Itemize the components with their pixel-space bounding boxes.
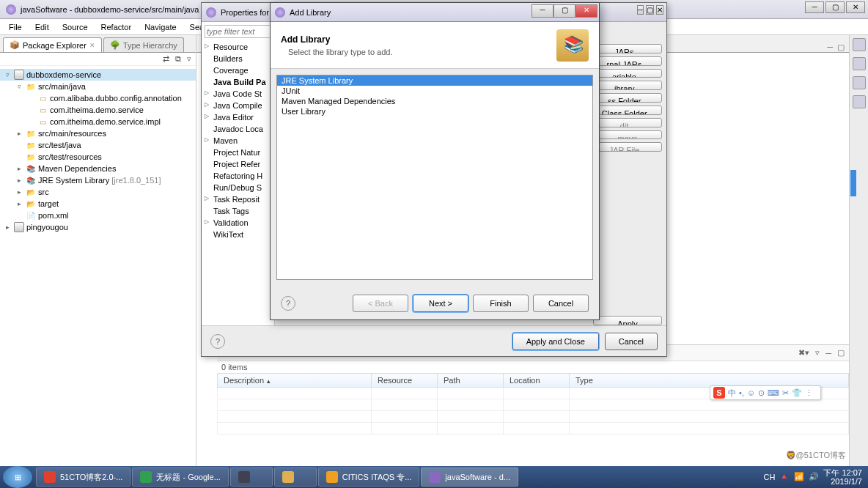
help-icon[interactable]: ? bbox=[210, 334, 225, 349]
build-path-button[interactable]: JARs... bbox=[593, 44, 662, 53]
tree-item[interactable]: ▭com.itheima.demo.service.impl bbox=[0, 116, 196, 127]
close-button[interactable]: ✕ bbox=[656, 5, 663, 15]
category-item[interactable]: Resource bbox=[202, 41, 274, 53]
tree-toggle[interactable]: ▸ bbox=[15, 200, 23, 207]
ime-char[interactable]: •, bbox=[739, 388, 744, 397]
ime-char[interactable]: 中 bbox=[728, 388, 736, 399]
taskbar-item[interactable]: 无标题 - Google... bbox=[132, 467, 228, 487]
back-button[interactable]: < Back bbox=[353, 295, 408, 312]
ime-char[interactable]: ☺ bbox=[747, 388, 755, 397]
col-location[interactable]: Location bbox=[504, 374, 570, 388]
menu-file[interactable]: File bbox=[3, 21, 28, 33]
col-path[interactable]: Path bbox=[438, 374, 504, 388]
filter-icon[interactable]: ✖▾ bbox=[798, 348, 809, 358]
maximize-button[interactable]: ▢ bbox=[553, 4, 575, 18]
tree-toggle[interactable]: ▸ bbox=[3, 223, 12, 231]
taskbar-item[interactable]: 51CTO博客2.0-... bbox=[36, 467, 130, 487]
taskbar-item[interactable]: javaSoftware - d... bbox=[421, 467, 518, 487]
maximize-view-icon[interactable]: ▢ bbox=[837, 42, 845, 52]
close-button[interactable]: ✕ bbox=[846, 1, 865, 13]
sogou-icon[interactable]: S bbox=[713, 387, 725, 399]
build-path-button[interactable]: rnal JARs... bbox=[593, 56, 662, 66]
tree-toggle[interactable]: ▸ bbox=[15, 130, 23, 137]
view-menu-icon[interactable]: ▿ bbox=[815, 348, 820, 358]
tree-project-root[interactable]: ▿ dubboxdemo-service bbox=[0, 69, 196, 81]
ime-indicator[interactable]: CH bbox=[764, 473, 776, 481]
tree-item[interactable]: ▸📂target bbox=[0, 198, 196, 210]
build-path-button[interactable]: ariable... bbox=[593, 69, 662, 78]
finish-button[interactable]: Finish bbox=[473, 295, 529, 312]
category-item[interactable]: Coverage bbox=[202, 64, 274, 76]
tree-item[interactable]: ▸📂src bbox=[0, 186, 196, 198]
system-tray[interactable]: CH 🔺 📶 🔊 下午 12:07 2019/1/7 bbox=[764, 468, 868, 486]
category-item[interactable]: Java Build Pa bbox=[202, 76, 274, 88]
table-row[interactable] bbox=[218, 411, 849, 423]
tree-toggle[interactable]: ▿ bbox=[15, 83, 23, 90]
category-item[interactable]: Run/Debug S bbox=[202, 182, 274, 193]
sound-icon[interactable]: 🔊 bbox=[809, 472, 819, 482]
category-item[interactable]: Java Compile bbox=[202, 100, 274, 111]
build-path-button[interactable]: ibrary... bbox=[593, 81, 662, 90]
menu-source[interactable]: Source bbox=[56, 21, 94, 33]
tree-item[interactable]: 📁src/test/java bbox=[0, 139, 196, 151]
category-item[interactable]: Task Tags bbox=[202, 205, 274, 217]
category-item[interactable]: Project Natur bbox=[202, 147, 274, 158]
category-item[interactable]: WikiText bbox=[202, 229, 274, 240]
tree-toggle[interactable]: ▸ bbox=[15, 177, 23, 184]
tree-item[interactable]: ▭com.itheima.demo.service bbox=[0, 104, 196, 116]
tree-toggle[interactable]: ▸ bbox=[15, 165, 23, 172]
category-item[interactable]: Validation bbox=[202, 217, 274, 229]
help-icon[interactable]: ? bbox=[281, 296, 295, 311]
maximize-button[interactable]: ▢ bbox=[646, 5, 654, 15]
category-tree[interactable]: ResourceBuildersCoverageJava Build PaJav… bbox=[202, 41, 274, 325]
category-item[interactable]: Builders bbox=[202, 53, 274, 64]
maximize-view-icon[interactable]: ▢ bbox=[837, 348, 845, 358]
cancel-button[interactable]: Cancel bbox=[533, 295, 589, 312]
menu-edit[interactable]: Edit bbox=[29, 21, 55, 33]
maximize-button[interactable]: ▢ bbox=[825, 1, 845, 13]
col-resource[interactable]: Resource bbox=[372, 374, 438, 388]
category-item[interactable]: Refactoring H bbox=[202, 170, 274, 182]
build-path-button[interactable]: dit... bbox=[593, 118, 662, 127]
ime-char[interactable]: ⋮ bbox=[805, 388, 813, 398]
tree-item[interactable]: ▸📚Maven Dependencies bbox=[0, 163, 196, 174]
build-path-button[interactable]: move bbox=[593, 130, 662, 140]
ime-char[interactable]: 👕 bbox=[792, 388, 802, 398]
category-item[interactable]: Java Code St bbox=[202, 88, 274, 100]
taskbar-item[interactable] bbox=[274, 467, 317, 487]
close-button[interactable]: ✕ bbox=[575, 4, 597, 18]
collapse-all-icon[interactable]: ⇄ bbox=[163, 54, 169, 64]
apply-and-close-button[interactable]: Apply and Close bbox=[512, 333, 599, 350]
bookmark-icon[interactable] bbox=[853, 95, 866, 108]
table-row[interactable] bbox=[218, 423, 849, 435]
minimize-button[interactable]: ─ bbox=[805, 1, 824, 13]
tab-type-hierarchy[interactable]: 🌳 Type Hierarchy bbox=[103, 37, 184, 52]
category-item[interactable]: Project Refer bbox=[202, 158, 274, 170]
library-item[interactable]: Maven Managed Dependencies bbox=[277, 96, 592, 106]
tree-toggle[interactable]: ▿ bbox=[3, 71, 12, 78]
clock[interactable]: 下午 12:07 2019/1/7 bbox=[823, 468, 862, 486]
build-path-button[interactable]: ss Folder... bbox=[593, 93, 662, 103]
minimize-view-icon[interactable]: ─ bbox=[827, 42, 833, 52]
filter-input[interactable] bbox=[205, 25, 271, 38]
taskbar-item[interactable] bbox=[230, 467, 273, 487]
build-path-button[interactable]: Class Folder... bbox=[593, 106, 662, 115]
tray-icon[interactable]: 🔺 bbox=[779, 472, 790, 482]
library-item[interactable]: User Library bbox=[277, 106, 592, 117]
menu-navigate[interactable]: Navigate bbox=[139, 21, 182, 33]
category-item[interactable]: Java Editor bbox=[202, 111, 274, 123]
network-icon[interactable]: 📶 bbox=[794, 472, 804, 482]
minimize-view-icon[interactable]: ─ bbox=[825, 349, 831, 358]
perspective-icon[interactable] bbox=[853, 38, 866, 51]
build-path-button[interactable]: JAR File... bbox=[593, 142, 662, 152]
sash-handle[interactable] bbox=[850, 170, 856, 196]
library-item[interactable]: JRE System Library bbox=[277, 75, 592, 86]
col-description[interactable]: Description bbox=[218, 374, 372, 388]
tree-item[interactable]: ▭com.alibaba.dubbo.config.annotation bbox=[0, 92, 196, 104]
tree-project-sibling[interactable]: ▸ pingyougou bbox=[0, 221, 196, 233]
tree-item[interactable]: 📁src/test/resources bbox=[0, 151, 196, 163]
project-tree[interactable]: ▿ dubboxdemo-service ▿📁src/main/java▭com… bbox=[0, 66, 196, 472]
tree-toggle[interactable]: ▸ bbox=[15, 188, 23, 196]
ime-char[interactable]: ✂ bbox=[782, 388, 789, 398]
category-item[interactable]: Maven bbox=[202, 135, 274, 147]
